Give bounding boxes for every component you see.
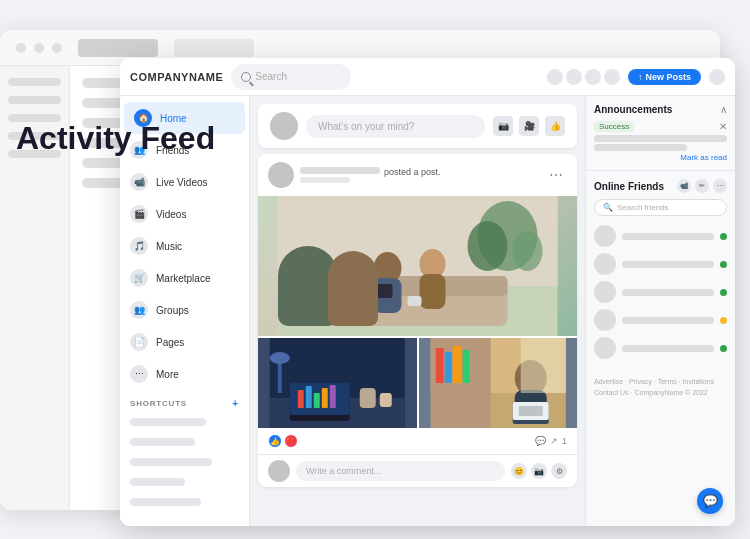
friend-status-4 (720, 317, 727, 324)
nav-item-marketplace[interactable]: 🛒 Marketplace (120, 262, 249, 294)
announcements-title: Announcements (594, 104, 672, 115)
shortcut-group-1[interactable] (120, 473, 249, 493)
like-action-btn[interactable]: 👍 (545, 116, 565, 136)
photo-action-btn[interactable]: 📷 (493, 116, 513, 136)
new-posts-button[interactable]: New Posts (628, 69, 701, 85)
svg-rect-29 (435, 348, 443, 383)
post-meta: posted a post. (300, 167, 539, 183)
shortcuts-add-icon[interactable]: + (232, 398, 239, 409)
friend-name-2 (622, 261, 714, 268)
bg-sidebar-item-1 (8, 78, 61, 86)
friend-name-4 (622, 317, 714, 324)
friend-item-5[interactable] (594, 334, 727, 362)
topbar-icon-1[interactable] (547, 69, 563, 85)
reactions-count: 1 (562, 436, 567, 446)
comment-avatar (268, 460, 290, 482)
post-more-button[interactable]: ⋯ (545, 163, 567, 187)
svg-rect-21 (330, 385, 336, 408)
friend-avatar-3 (594, 281, 616, 303)
friend-name-1 (622, 233, 714, 240)
mark-as-read-link[interactable]: Mark as read (594, 153, 727, 162)
nav-item-videos[interactable]: 🎬 Videos (120, 198, 249, 230)
composer-row: What's on your mind? 📷 🎥 👍 (270, 112, 565, 140)
nav-item-groups[interactable]: 👥 Groups (120, 294, 249, 326)
more-icon: ⋯ (130, 365, 148, 383)
nav-item-live-videos[interactable]: 📹 Live Videos (120, 166, 249, 198)
footer-privacy[interactable]: Privacy (629, 378, 652, 385)
friend-item-1[interactable] (594, 222, 727, 250)
friend-avatar-4 (594, 309, 616, 331)
post-composer: What's on your mind? 📷 🎥 👍 (258, 104, 577, 148)
comment-photo-icon[interactable]: 📷 (531, 463, 547, 479)
footer-advertise[interactable]: Advertise (594, 378, 623, 385)
composer-input[interactable]: What's on your mind? (306, 115, 485, 138)
nav-label-pages: Pages (156, 337, 184, 348)
comment-emoji-icon[interactable]: 😊 (511, 463, 527, 479)
friend-avatar-5 (594, 337, 616, 359)
shortcut-group-2[interactable] (120, 493, 249, 513)
brand-name: COMPANYNAME (130, 71, 223, 83)
friends-video-icon[interactable]: 📹 (677, 179, 691, 193)
friends-more-icon[interactable]: ⋯ (713, 179, 727, 193)
friend-status-3 (720, 289, 727, 296)
friends-search[interactable]: 🔍 Search friends (594, 199, 727, 216)
post-reactions: 👍 ❤️ 💬 ↗ 1 (258, 428, 577, 454)
footer-terms[interactable]: Terms (658, 378, 677, 385)
search-box[interactable]: Search (231, 64, 351, 90)
close-announcement-button[interactable]: ✕ (719, 121, 727, 132)
friend-item-4[interactable] (594, 306, 727, 334)
footer-copyright: CompanyName © 2022 (634, 389, 707, 396)
online-friends-section: Online Friends 📹 ✏ ⋯ 🔍 Search friends (586, 171, 735, 370)
friends-section-icons: 📹 ✏ ⋯ (677, 179, 727, 193)
topbar-menu-btn[interactable] (709, 69, 725, 85)
footer-invitations[interactable]: Invitations (683, 378, 715, 385)
couple-photo (258, 196, 577, 336)
announcements-header: Announcements ∧ (594, 104, 727, 115)
comment-box: Write a comment... 😊 📷 ⚙ (258, 454, 577, 487)
footer-contact-link[interactable]: Contact Us (594, 389, 629, 396)
friends-header: Online Friends 📹 ✏ ⋯ (594, 179, 727, 193)
comment-input[interactable]: Write a comment... (296, 461, 505, 481)
nav-item-pages[interactable]: 📄 Pages (120, 326, 249, 358)
nav-label-groups: Groups (156, 305, 189, 316)
footer-contact: Contact Us · CompanyName © 2022 (594, 387, 727, 398)
svg-rect-10 (420, 274, 446, 309)
friend-name-5 (622, 345, 714, 352)
svg-rect-17 (298, 390, 304, 408)
topbar-icon-3[interactable] (585, 69, 601, 85)
bg-tab-1 (78, 39, 158, 57)
topbar-icon-2[interactable] (566, 69, 582, 85)
svg-rect-20 (322, 388, 328, 408)
shortcut-page-1[interactable] (120, 413, 249, 433)
bg-dot-1 (16, 43, 26, 53)
announcements-section: Announcements ∧ Success ✕ Mark as read (586, 96, 735, 171)
friend-item-2[interactable] (594, 250, 727, 278)
svg-point-3 (468, 221, 508, 271)
groups-icon: 👥 (130, 301, 148, 319)
marketplace-icon: 🛒 (130, 269, 148, 287)
nav-item-more[interactable]: ⋯ More (120, 358, 249, 390)
heart-reaction-icon: ❤️ (284, 434, 298, 448)
shortcut-page-2[interactable] (120, 433, 249, 453)
chat-bubble-button[interactable]: 💬 (697, 488, 723, 514)
friends-edit-icon[interactable]: ✏ (695, 179, 709, 193)
nav-item-music[interactable]: 🎵 Music (120, 230, 249, 262)
announcement-bar-1 (594, 135, 727, 142)
video-action-btn[interactable]: 🎥 (519, 116, 539, 136)
post-image-main (258, 196, 577, 336)
svg-point-23 (270, 352, 290, 364)
topbar-icon-4[interactable] (604, 69, 620, 85)
announcements-chevron[interactable]: ∧ (720, 104, 727, 115)
shortcut-page-3[interactable] (120, 453, 249, 473)
svg-rect-11 (408, 296, 422, 306)
comment-settings-icon[interactable]: ⚙ (551, 463, 567, 479)
composer-avatar (270, 112, 298, 140)
bg-dot-2 (34, 43, 44, 53)
live-videos-icon: 📹 (130, 173, 148, 191)
friend-status-1 (720, 233, 727, 240)
friends-title: Online Friends (594, 181, 664, 192)
friend-item-3[interactable] (594, 278, 727, 306)
search-icon (241, 72, 251, 82)
right-footer: Advertise · Privacy · Terms · Invitation… (586, 370, 735, 404)
footer-links: Advertise · Privacy · Terms · Invitation… (594, 376, 727, 387)
